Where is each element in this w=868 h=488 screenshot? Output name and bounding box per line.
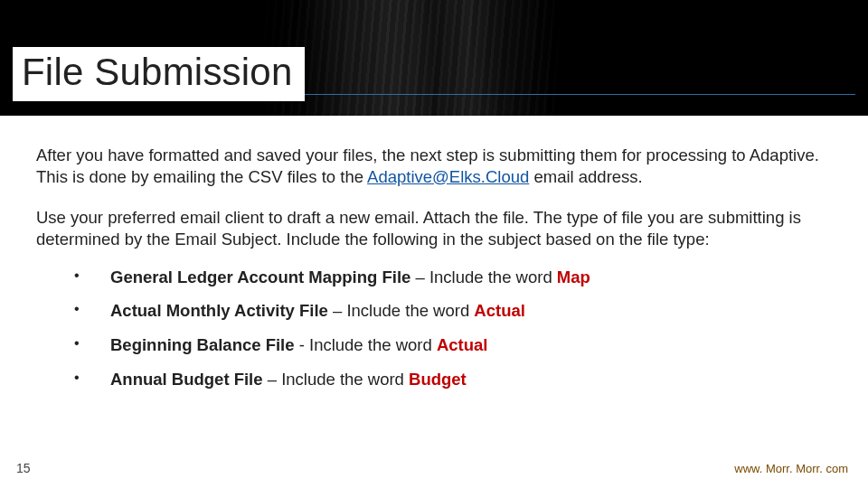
slide: File Submission After you have formatted…	[0, 0, 868, 488]
list-item: Beginning Balance File - Include the wor…	[69, 334, 832, 356]
intro-paragraph-2: Use your preferred email client to draft…	[36, 207, 832, 249]
list-item: Annual Budget File – Include the word Bu…	[69, 369, 832, 390]
separator-text: – Include the word	[410, 267, 556, 286]
keyword: Actual	[474, 301, 525, 320]
file-type-list: General Ledger Account Mapping File – In…	[36, 267, 832, 390]
separator-text: – Include the word	[328, 301, 474, 320]
list-item: Actual Monthly Activity File – Include t…	[69, 300, 832, 322]
keyword: Actual	[437, 335, 488, 354]
file-type-label: Actual Monthly Activity File	[110, 301, 328, 320]
keyword: Map	[557, 267, 590, 286]
separator-text: – Include the word	[263, 370, 409, 389]
separator-text: - Include the word	[295, 335, 437, 354]
email-link[interactable]: Adaptive@Elks.Cloud	[367, 167, 529, 186]
intro-text-b: email address.	[529, 167, 642, 186]
keyword: Budget	[409, 370, 467, 389]
page-number: 15	[16, 461, 31, 475]
file-type-label: General Ledger Account Mapping File	[110, 267, 410, 286]
intro-paragraph-1: After you have formatted and saved your …	[36, 145, 832, 187]
content-area: After you have formatted and saved your …	[36, 145, 832, 402]
footer-url: www. Morr. Morr. com	[734, 462, 848, 475]
file-type-label: Annual Budget File	[110, 370, 263, 389]
list-item: General Ledger Account Mapping File – In…	[69, 267, 832, 288]
title-box: File Submission	[13, 47, 305, 101]
page-title: File Submission	[22, 51, 292, 94]
file-type-label: Beginning Balance File	[110, 335, 295, 354]
